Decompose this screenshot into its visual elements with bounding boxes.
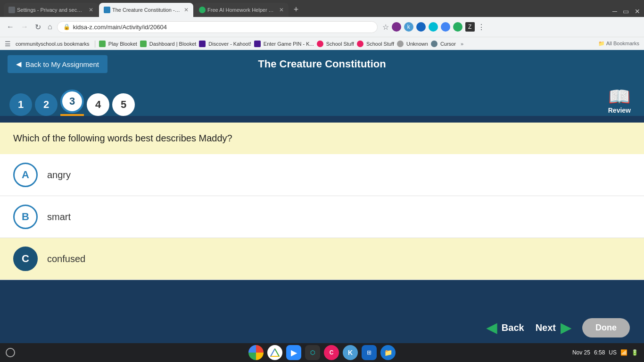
bookmark-discover-kahoot[interactable]: Discover - Kahoot! — [208, 41, 251, 47]
extension-k-icon: k — [404, 22, 413, 32]
nav-home-button[interactable]: ⌂ — [46, 21, 54, 33]
bookmark-unknown-icon — [397, 41, 404, 47]
address-bar[interactable] — [73, 24, 372, 31]
tab-creature-close[interactable]: ✕ — [184, 7, 189, 13]
review-button[interactable]: 📖 Review — [604, 86, 635, 116]
tab-creature[interactable]: The Creature Constitution - Kid... ✕ — [99, 3, 193, 17]
step-indicators: 1 2 3 4 5 📖 — [9, 86, 635, 116]
taskbar-system-tray: Nov 25 6:58 US 📶 🔋 — [572, 349, 638, 356]
tab-settings[interactable]: Settings - Privacy and security ✕ — [4, 3, 98, 17]
extensions-menu[interactable]: ⋮ — [478, 23, 485, 32]
answer-text-a: angry — [47, 170, 71, 181]
step-2-circle[interactable]: 2 — [35, 93, 58, 116]
nav-forward-button[interactable]: → — [19, 21, 30, 33]
tab-settings-close[interactable]: ✕ — [89, 7, 93, 13]
window-close[interactable]: ✕ — [635, 8, 640, 15]
taskbar: ▶ ⬡ C K ⊞ 📁 Nov 25 6:58 US 📶 🔋 — [0, 343, 644, 362]
bookmark-kahoot2-icon — [254, 41, 261, 47]
step-4-circle[interactable]: 4 — [87, 93, 109, 116]
bookmark-dashboard-blooket[interactable]: Dashboard | Blooket — [149, 41, 196, 47]
bookmark-blooket2-icon — [140, 41, 147, 47]
extension-shield-icon — [416, 22, 426, 32]
answer-text-b: smart — [47, 212, 71, 222]
bookmark-kahoot1-icon — [199, 41, 206, 47]
answer-circle-c: C — [13, 247, 38, 271]
bookmark-cursor-icon — [431, 41, 438, 47]
taskbar-region: US — [609, 349, 617, 356]
taskbar-app6-icon[interactable]: K — [343, 345, 358, 360]
step-5-label: 5 — [121, 99, 126, 111]
answers-container: A angry B smart C confused — [0, 154, 644, 280]
step-3-circle[interactable]: 3 — [60, 90, 84, 113]
taskbar-app7-icon[interactable]: ⊞ — [362, 345, 377, 360]
bookmark-enter-game-pin[interactable]: Enter Game PIN - K... — [264, 41, 314, 47]
bookmark-school-stuff1[interactable]: School Stuff — [326, 41, 354, 47]
back-arrow-icon: ◀ — [16, 60, 22, 68]
taskbar-drive-icon[interactable] — [267, 345, 282, 360]
answer-option-c[interactable]: C confused — [0, 238, 644, 280]
answer-option-b[interactable]: B smart — [0, 196, 644, 238]
nav-refresh-button[interactable]: ↻ — [33, 21, 43, 33]
svg-line-2 — [275, 349, 279, 356]
footer: ◀ Back Next ▶ Done — [0, 313, 644, 343]
back-to-assignment-button[interactable]: ◀ Back to My Assignment — [8, 55, 107, 73]
extension-puzzle-icon — [392, 22, 401, 32]
taskbar-app4-icon[interactable]: ⬡ — [305, 345, 320, 360]
tab-ai-close[interactable]: ✕ — [279, 7, 284, 13]
back-arrow-footer-icon: ◀ — [487, 320, 497, 336]
bookmark-star-icon[interactable]: ☆ — [382, 23, 389, 32]
taskbar-circle-icon — [6, 348, 15, 357]
tab-ai-favicon — [199, 7, 206, 13]
taskbar-zoom-icon[interactable]: ▶ — [286, 345, 301, 360]
step-wrapper-3: 3 — [60, 90, 84, 116]
back-footer-button[interactable]: ◀ Back — [487, 320, 524, 336]
step-3-label: 3 — [69, 95, 75, 107]
step-1-label: 1 — [18, 99, 24, 111]
tab-ai-label: Free AI Homework Helper - Que... — [207, 7, 275, 13]
app-header-title: The Creature Constitution — [258, 58, 386, 70]
taskbar-date: Nov 25 — [572, 349, 590, 356]
taskbar-chrome-icon[interactable] — [248, 345, 264, 360]
step-5-circle[interactable]: 5 — [112, 93, 135, 116]
window-maximize[interactable]: ▭ — [623, 8, 629, 15]
browser-chrome: Settings - Privacy and security ✕ The Cr… — [0, 0, 644, 50]
svg-marker-0 — [271, 349, 279, 356]
bookmark-school1-icon — [317, 41, 323, 47]
bookmark-cursor[interactable]: Cursor — [440, 41, 456, 47]
svg-line-1 — [271, 349, 275, 356]
tab-ai[interactable]: Free AI Homework Helper - Que... ✕ — [194, 3, 289, 17]
question-text: Which of the following words best descri… — [13, 133, 232, 143]
bookmark-school2-icon — [357, 41, 363, 47]
next-footer-label: Next — [536, 322, 556, 333]
review-label: Review — [608, 107, 631, 114]
tab-creature-favicon — [104, 7, 110, 13]
review-book-icon: 📖 — [608, 88, 630, 106]
tab-settings-label: Settings - Privacy and security — [17, 7, 85, 13]
step-wrapper-1: 1 — [9, 93, 32, 116]
new-tab-button[interactable]: + — [289, 3, 303, 16]
question-box: Which of the following words best descri… — [0, 123, 644, 154]
done-button[interactable]: Done — [582, 318, 630, 337]
answer-option-a[interactable]: A angry — [0, 154, 644, 196]
step-wrapper-4: 4 — [87, 93, 109, 116]
next-arrow-icon: ▶ — [561, 320, 571, 336]
bookmarks-folder-icon: ☰ — [5, 40, 11, 48]
next-footer-button[interactable]: Next ▶ — [536, 320, 571, 336]
step-2-label: 2 — [43, 99, 49, 111]
step-wrapper-5: 5 — [112, 93, 135, 116]
taskbar-time: 6:58 — [594, 349, 605, 356]
taskbar-files-icon[interactable]: 📁 — [380, 345, 396, 360]
bookmarks-more[interactable]: » — [461, 41, 463, 47]
bookmark-school-stuff2[interactable]: School Stuff — [366, 41, 394, 47]
step-1-circle[interactable]: 1 — [9, 93, 32, 116]
bookmark-unknown[interactable]: Unknown — [406, 41, 428, 47]
taskbar-app5-icon[interactable]: C — [324, 345, 339, 360]
window-minimize[interactable]: ─ — [612, 8, 617, 15]
taskbar-apps: ▶ ⬡ C K ⊞ 📁 — [248, 345, 396, 360]
answer-circle-a: A — [13, 163, 38, 187]
extension-circle-icon — [453, 22, 462, 32]
bookmark-communityschool[interactable]: communityschool.us bookmarks — [14, 40, 91, 48]
bookmark-play-blooket[interactable]: Play Blooket — [108, 41, 137, 47]
extension-m-icon — [441, 22, 450, 32]
nav-back-button[interactable]: ← — [5, 21, 16, 33]
